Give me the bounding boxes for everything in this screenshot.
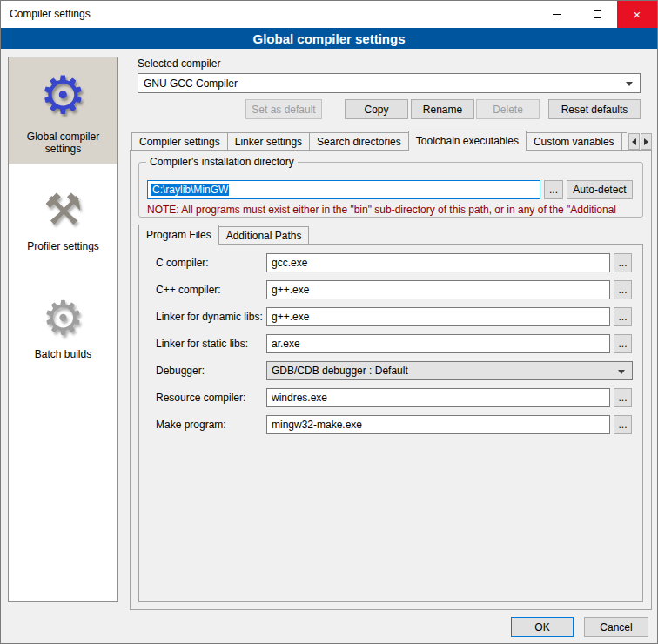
install-dir-group-title: Compiler's installation directory (146, 156, 298, 168)
tab-toolchain-executables[interactable]: Toolchain executables (408, 131, 527, 151)
install-dir-browse-button[interactable]: ... (544, 180, 563, 199)
program-files-panel: C compiler: gcc.exe ... C++ compiler: g+… (138, 244, 643, 602)
tab-scroll-right-icon (644, 138, 648, 145)
ok-button[interactable]: OK (511, 617, 574, 637)
cpp-compiler-browse-button[interactable]: ... (614, 280, 632, 299)
titlebar[interactable]: Compiler settings × (1, 1, 657, 28)
button-label: Set as default (252, 104, 315, 116)
button-label: ... (618, 257, 627, 269)
tab-label: Search directories (317, 136, 401, 148)
install-dir-input[interactable]: C:\raylib\MinGW (147, 180, 540, 199)
gear-gray-icon: ⚙ (10, 289, 116, 346)
c-compiler-input[interactable]: gcc.exe (266, 253, 610, 272)
autodetect-button[interactable]: Auto-detect (567, 180, 633, 199)
field-label: Linker for static libs: (156, 338, 248, 350)
tab-scroll-right-button[interactable] (641, 133, 652, 150)
static-linker-input[interactable]: ar.exe (266, 334, 610, 353)
compiler-settings-window: Compiler settings × Global compiler sett… (0, 0, 658, 644)
field-label: C compiler: (156, 257, 209, 269)
field-value: mingw32-make.exe (272, 419, 362, 431)
tab-compiler-settings[interactable]: Compiler settings (131, 132, 228, 150)
field-label: Debugger: (156, 365, 205, 377)
resource-compiler-input[interactable]: windres.exe (266, 388, 610, 407)
tab-label: Compiler settings (139, 136, 220, 148)
sidebar-item-label: Profiler settings (10, 238, 116, 252)
tab-scroll-left-icon (632, 138, 636, 145)
sidebar-item-batch-builds[interactable]: ⚙ Batch builds (9, 284, 118, 369)
field-row-c-compiler: C compiler: gcc.exe ... (139, 253, 642, 272)
field-row-cpp-compiler: C++ compiler: g++.exe ... (139, 280, 642, 299)
debugger-select[interactable]: GDB/CDB debugger : Default (266, 361, 633, 380)
button-label: Delete (493, 104, 523, 116)
field-row-dynamic-linker: Linker for dynamic libs: g++.exe ... (139, 307, 642, 326)
field-label: Make program: (156, 419, 226, 431)
static-linker-browse-button[interactable]: ... (614, 334, 632, 353)
gear-blue-icon: ⚙ (10, 63, 116, 129)
tab-program-files[interactable]: Program Files (138, 225, 219, 245)
field-value: ar.exe (272, 338, 300, 350)
sidebar-item-global-compiler-settings[interactable]: ⚙ Global compiler settings (9, 57, 118, 164)
rename-button[interactable]: Rename (411, 99, 474, 119)
resource-compiler-browse-button[interactable]: ... (614, 388, 632, 407)
field-label: C++ compiler: (156, 284, 221, 296)
c-compiler-browse-button[interactable]: ... (614, 253, 632, 272)
field-value: g++.exe (272, 284, 309, 296)
button-label: OK (534, 621, 549, 634)
hammer-icon: ⚒ (10, 181, 116, 238)
maximize-button[interactable] (577, 1, 617, 28)
close-icon: × (634, 8, 641, 21)
tab-build-options[interactable]: Buil (621, 132, 627, 150)
install-dir-note: NOTE: All programs must exist either in … (147, 204, 640, 216)
install-dir-value: C:\raylib\MinGW (151, 184, 229, 196)
field-row-resource-compiler: Resource compiler: windres.exe ... (139, 388, 642, 407)
field-row-static-linker: Linker for static libs: ar.exe ... (139, 334, 642, 353)
reset-defaults-button[interactable]: Reset defaults (548, 99, 641, 119)
field-row-make-program: Make program: mingw32-make.exe ... (139, 415, 642, 434)
dialog-body: ⚙ Global compiler settings ⚒ Profiler se… (1, 49, 657, 643)
button-label: ... (618, 419, 627, 431)
install-dir-groupbox: Compiler's installation directory C:\ray… (138, 162, 643, 218)
field-value: windres.exe (272, 392, 327, 404)
dialog-header-title: Global compiler settings (252, 31, 405, 46)
sidebar-item-label: Global compiler settings (10, 129, 116, 155)
button-label: Auto-detect (573, 184, 626, 196)
field-value: g++.exe (272, 311, 309, 323)
field-row-debugger: Debugger: GDB/CDB debugger : Default (139, 361, 642, 380)
toolchain-executables-panel: Compiler's installation directory C:\ray… (130, 150, 652, 610)
tab-label: Custom variables (534, 136, 614, 148)
tab-linker-settings[interactable]: Linker settings (227, 132, 310, 150)
minimize-button[interactable] (537, 1, 577, 28)
compiler-select[interactable]: GNU GCC Compiler (138, 73, 641, 93)
tab-additional-paths[interactable]: Additional Paths (218, 226, 310, 244)
minimize-icon (553, 14, 561, 15)
dynamic-linker-input[interactable]: g++.exe (266, 307, 610, 326)
field-value: gcc.exe (272, 257, 307, 269)
chevron-down-icon (626, 82, 633, 86)
compiler-select-value: GNU GCC Compiler (144, 77, 238, 90)
tab-label: Toolchain executables (416, 135, 519, 147)
cpp-compiler-input[interactable]: g++.exe (266, 280, 610, 299)
tab-search-directories[interactable]: Search directories (309, 132, 409, 150)
tab-scroll-left-button[interactable] (628, 133, 640, 150)
window-controls: × (537, 1, 657, 28)
make-program-input[interactable]: mingw32-make.exe (266, 415, 610, 434)
button-label: Rename (423, 104, 462, 116)
programs-tabstrip: Program Files Additional Paths (138, 225, 643, 245)
window-title: Compiler settings (10, 8, 91, 20)
dynamic-linker-browse-button[interactable]: ... (614, 307, 632, 326)
close-button[interactable]: × (617, 1, 657, 28)
button-label: ... (618, 392, 627, 404)
field-label: Resource compiler: (156, 392, 245, 404)
sidebar-item-profiler-settings[interactable]: ⚒ Profiler settings (9, 176, 118, 261)
selected-compiler-label: Selected compiler (138, 57, 220, 70)
tab-label: Program Files (146, 229, 212, 241)
set-as-default-button: Set as default (245, 99, 322, 119)
button-label: ... (549, 184, 558, 196)
copy-button[interactable]: Copy (345, 99, 408, 119)
tab-custom-variables[interactable]: Custom variables (526, 132, 622, 150)
button-label: ... (618, 311, 627, 323)
tab-label: Additional Paths (226, 230, 302, 242)
cancel-button[interactable]: Cancel (584, 617, 648, 637)
button-label: Cancel (600, 621, 632, 634)
make-program-browse-button[interactable]: ... (614, 415, 632, 434)
